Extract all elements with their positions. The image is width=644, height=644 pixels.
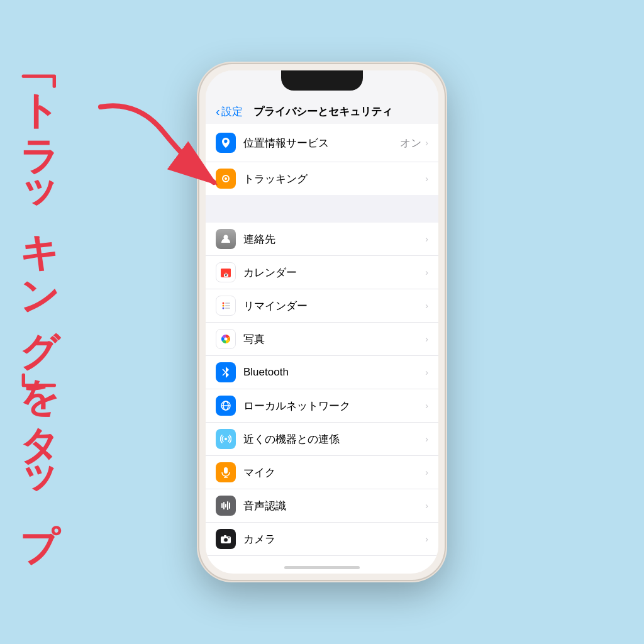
svg-rect-26 <box>229 502 230 509</box>
svg-rect-12 <box>225 305 230 306</box>
row-local-network[interactable]: ローカルネットワーク › <box>206 389 438 423</box>
row-microphone[interactable]: マイク › <box>206 456 438 489</box>
row-reminders[interactable]: リマインダー › <box>206 289 438 323</box>
microphone-label: マイク <box>243 465 425 480</box>
svg-point-29 <box>225 539 227 541</box>
camera-chevron-icon: › <box>425 534 428 544</box>
nearby-icon <box>216 429 236 449</box>
local-network-icon <box>216 396 236 416</box>
svg-rect-22 <box>221 503 223 508</box>
bluetooth-chevron-icon: › <box>425 367 428 377</box>
local-network-chevron-icon: › <box>425 401 428 411</box>
microphone-icon <box>216 462 236 482</box>
photos-label: 写真 <box>243 332 425 347</box>
row-photos[interactable]: 写真 › <box>206 323 438 356</box>
svg-rect-25 <box>227 501 228 510</box>
contacts-label: 連絡先 <box>243 232 425 247</box>
location-icon <box>216 133 236 153</box>
section-apps: 連絡先 › 📅 カレンダー › <box>206 223 438 561</box>
svg-point-8 <box>223 303 225 304</box>
nearby-chevron-icon: › <box>425 434 428 444</box>
row-bluetooth[interactable]: Bluetooth › <box>206 356 438 389</box>
row-nearby[interactable]: 近くの機器との連係 › <box>206 423 438 456</box>
microphone-chevron-icon: › <box>425 467 428 477</box>
svg-rect-13 <box>225 308 230 309</box>
location-label: 位置情報サービス <box>243 136 400 150</box>
back-label: 設定 <box>221 104 243 119</box>
contacts-chevron-icon: › <box>425 234 428 244</box>
reminders-icon <box>216 296 236 316</box>
tracking-label: トラッキング <box>243 172 425 186</box>
page-title: プライバシーとセキュリティ <box>243 104 403 119</box>
svg-point-14 <box>225 338 228 341</box>
reminders-chevron-icon: › <box>425 301 428 311</box>
location-chevron-icon: › <box>425 138 428 148</box>
svg-point-31 <box>228 537 230 538</box>
annotation-text: 「トラッキング」をタップ <box>20 63 59 540</box>
bluetooth-label: Bluetooth <box>243 366 425 379</box>
svg-rect-24 <box>225 504 226 508</box>
phone-frame: ‹ 設定 プライバシーとセキュリティ 位置情報サービス オン › <box>199 64 445 580</box>
nearby-label: 近くの機器との連係 <box>243 432 425 447</box>
camera-icon <box>216 529 236 549</box>
home-bar <box>284 566 360 569</box>
svg-rect-23 <box>223 502 225 509</box>
tracking-icon <box>216 169 236 189</box>
calendar-label: カレンダー <box>243 265 425 280</box>
row-contacts[interactable]: 連絡先 › <box>206 223 438 256</box>
notch <box>281 70 363 91</box>
back-chevron-icon: ‹ <box>216 104 220 119</box>
svg-rect-30 <box>224 535 226 536</box>
svg-point-2 <box>225 177 227 180</box>
row-calendar[interactable]: 📅 カレンダー › <box>206 256 438 289</box>
row-health[interactable]: ヘルスケア › <box>206 556 438 561</box>
speech-chevron-icon: › <box>425 501 428 511</box>
svg-rect-11 <box>225 303 230 304</box>
section-gap-1 <box>206 200 438 223</box>
nav-bar: ‹ 設定 プライバシーとセキュリティ <box>206 102 438 124</box>
row-camera[interactable]: カメラ › <box>206 523 438 556</box>
bluetooth-icon <box>216 362 236 382</box>
section-top: 位置情報サービス オン › トラッキング › <box>206 124 438 195</box>
svg-point-9 <box>223 305 225 307</box>
speech-label: 音声認識 <box>243 499 425 513</box>
screen: ‹ 設定 プライバシーとセキュリティ 位置情報サービス オン › <box>206 70 438 574</box>
contacts-icon <box>216 229 236 249</box>
location-value: オン <box>400 136 421 150</box>
svg-rect-6 <box>221 270 231 272</box>
svg-point-10 <box>223 308 225 309</box>
camera-label: カメラ <box>243 532 425 547</box>
reminders-label: リマインダー <box>243 299 425 313</box>
svg-point-18 <box>225 438 227 440</box>
photos-chevron-icon: › <box>425 334 428 344</box>
tracking-chevron-icon: › <box>425 174 428 184</box>
settings-content: 位置情報サービス オン › トラッキング › <box>206 124 438 561</box>
speech-icon <box>216 496 236 516</box>
back-button[interactable]: ‹ 設定 <box>216 104 243 119</box>
photos-icon <box>216 329 236 349</box>
home-indicator <box>206 561 438 574</box>
row-location[interactable]: 位置情報サービス オン › <box>206 124 438 162</box>
row-speech[interactable]: 音声認識 › <box>206 489 438 523</box>
calendar-chevron-icon: › <box>425 267 428 277</box>
local-network-label: ローカルネットワーク <box>243 399 425 413</box>
svg-text:📅: 📅 <box>223 272 229 277</box>
row-tracking[interactable]: トラッキング › <box>206 162 438 195</box>
svg-rect-19 <box>224 467 228 474</box>
calendar-icon: 📅 <box>216 262 236 282</box>
